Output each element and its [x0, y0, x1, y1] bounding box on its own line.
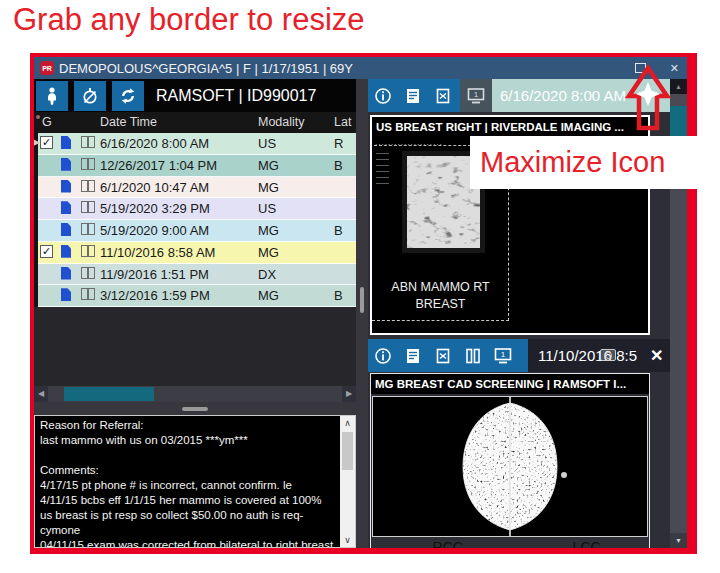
splitter-grip[interactable] — [360, 287, 364, 313]
viewport2-datetime: 11/10/2016 8:5 — [538, 339, 637, 372]
sync-button[interactable] — [112, 81, 144, 111]
series-layout-icon[interactable] — [81, 288, 95, 300]
monitor-button[interactable]: 1 — [488, 339, 518, 372]
table-row[interactable]: 6/1/2020 10:47 AM MG — [34, 177, 356, 199]
report-doc-icon[interactable] — [61, 267, 71, 280]
table-row[interactable]: 6/16/2020 8:00 AM US R — [34, 133, 356, 155]
report-doc-icon[interactable] — [61, 158, 71, 171]
series-layout-icon[interactable] — [81, 136, 95, 148]
scroll-down-button[interactable]: ∨ — [340, 533, 355, 547]
col-group[interactable]: G — [42, 115, 52, 129]
app-window: PR DEMOPOLOUS^GEORGIA^5 | F | 1/17/1951 … — [30, 53, 697, 554]
series-caption: ABN MAMMO RT BREAST — [372, 279, 509, 313]
row-checkbox[interactable] — [40, 136, 53, 149]
series-close-icon — [434, 347, 452, 365]
series-layout-icon[interactable] — [81, 201, 95, 213]
study-table: 6/16/2020 8:00 AM US R 12/26/2017 1:04 P… — [34, 133, 356, 307]
scroll-track[interactable] — [48, 386, 342, 402]
report-doc-icon[interactable] — [61, 223, 71, 236]
row-laterality: B — [334, 288, 343, 303]
annotation-arrow-icon — [622, 64, 674, 136]
col-modality[interactable]: Modality — [258, 115, 305, 129]
series-layout-icon[interactable] — [81, 223, 95, 235]
monitor-1-icon: 1 — [466, 86, 486, 106]
report-doc-icon[interactable] — [61, 136, 71, 149]
row-modality: MG — [258, 288, 279, 303]
series-close-icon — [434, 87, 452, 105]
info-button[interactable] — [368, 79, 398, 112]
row-modality: MG — [258, 158, 279, 173]
viewport1-study-header: US BREAST RIGHT | RIVERDALE IMAGING ... — [372, 117, 648, 137]
table-row[interactable]: 5/19/2020 3:29 PM US — [34, 198, 356, 220]
header-dot-icon — [36, 115, 40, 119]
row-modality: DX — [258, 267, 276, 282]
notes-line: 4/11/15 bcbs eff 1/1/15 her mammo is cov… — [40, 493, 334, 508]
monitor-button[interactable]: 1 — [460, 79, 492, 112]
close-series-button[interactable] — [428, 339, 458, 372]
report-doc-icon[interactable] — [61, 201, 71, 214]
series-layout-icon[interactable] — [81, 245, 95, 257]
scroll-thumb[interactable] — [342, 432, 353, 470]
splitter-grip[interactable] — [182, 407, 208, 411]
study-list-panel: RAMSOFT | ID990017 G Date Time Modality … — [34, 79, 356, 548]
row-datetime: 11/9/2016 1:51 PM — [100, 267, 209, 282]
notes-vertical-scrollbar[interactable]: ∧ ∨ — [340, 416, 355, 547]
report-doc-icon[interactable] — [61, 288, 71, 301]
viewport2-date-header[interactable]: 11/10/2016 8:5 ✕ — [528, 339, 670, 372]
vertical-splitter[interactable] — [356, 79, 368, 548]
report-button[interactable] — [398, 339, 428, 372]
viewport2[interactable]: MG BREAST CAD SCREENING | RAMSOFT I... — [370, 373, 650, 548]
row-selector-gutter — [34, 133, 38, 307]
scroll-up-button[interactable]: ∧ — [340, 416, 355, 430]
row-checkbox[interactable] — [40, 245, 53, 258]
notes-box[interactable]: Reason for Referral: last mammo with us … — [34, 415, 356, 548]
patient-button[interactable] — [36, 81, 68, 111]
camera-icon — [600, 349, 616, 361]
stopwatch-icon — [80, 86, 100, 106]
table-row[interactable]: 12/26/2017 1:04 PM MG B — [34, 155, 356, 177]
row-datetime: 6/16/2020 8:00 AM — [100, 136, 209, 151]
study-table-header[interactable]: G Date Time Modality Lat — [34, 112, 356, 133]
col-laterality[interactable]: Lat — [334, 115, 351, 129]
report-icon — [404, 347, 422, 365]
mammogram-cell[interactable] — [372, 396, 648, 537]
row-datetime: 5/19/2020 3:29 PM — [100, 201, 210, 216]
row-modality: US — [258, 136, 276, 151]
scroll-left-button[interactable]: ◀ — [34, 386, 48, 402]
horizontal-splitter[interactable] — [34, 402, 356, 415]
mammogram-image — [373, 397, 647, 536]
page: Grab any border to resize PR DEMOPOLOUS^… — [0, 0, 720, 573]
annotation-maximize-note: Maximize Icon — [470, 136, 713, 189]
columns-layout-button[interactable] — [458, 339, 488, 372]
series-layout-icon[interactable] — [81, 158, 95, 170]
report-doc-icon[interactable] — [61, 180, 71, 193]
scroll-right-button[interactable]: ▶ — [342, 386, 356, 402]
report-icon — [404, 87, 422, 105]
patient-banner: RAMSOFT | ID990017 — [156, 87, 316, 105]
notes-line: 4/17/15 pt phone # is incorrect, cannot … — [40, 478, 334, 493]
us-annotation-marks — [376, 153, 389, 187]
timer-button[interactable] — [74, 81, 106, 111]
info-button[interactable] — [368, 339, 398, 372]
row-datetime: 12/26/2017 1:04 PM — [100, 158, 217, 173]
close-series-button[interactable] — [428, 79, 458, 112]
report-button[interactable] — [398, 79, 428, 112]
row-modality: US — [258, 201, 276, 216]
titlebar[interactable]: PR DEMOPOLOUS^GEORGIA^5 | F | 1/17/1951 … — [34, 57, 687, 79]
series-layout-icon[interactable] — [81, 180, 95, 192]
viewport2-close-button[interactable]: ✕ — [650, 339, 663, 372]
annotation-resize-note: Grab any border to resize — [13, 2, 365, 38]
table-row[interactable]: 5/19/2020 9:00 AM MG B — [34, 220, 356, 242]
table-row[interactable]: 11/9/2016 1:51 PM DX — [34, 264, 356, 286]
table-row[interactable]: 11/10/2016 8:58 AM MG — [34, 242, 356, 264]
table-row[interactable]: 3/12/2016 1:59 PM MG B — [34, 285, 356, 307]
report-doc-icon[interactable] — [61, 245, 71, 258]
row-modality: MG — [258, 245, 279, 260]
table-horizontal-scrollbar[interactable]: ◀ ▶ — [34, 386, 356, 402]
scroll-thumb[interactable] — [64, 387, 154, 401]
row-laterality: R — [334, 136, 343, 151]
col-datetime[interactable]: Date Time — [100, 115, 157, 129]
row-datetime: 5/19/2020 9:00 AM — [100, 223, 209, 238]
scroll-down-button[interactable]: ▼ — [670, 533, 687, 548]
series-layout-icon[interactable] — [81, 267, 95, 279]
